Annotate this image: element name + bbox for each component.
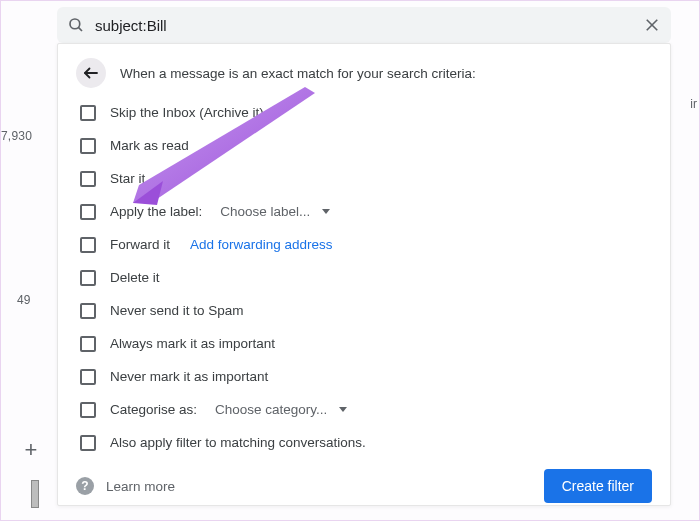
checkbox-skip-inbox[interactable] (80, 105, 96, 121)
back-button[interactable] (76, 58, 106, 88)
option-also-apply: Also apply filter to matching conversati… (78, 426, 652, 459)
option-mark-read: Mark as read (78, 129, 652, 162)
label-always-important: Always mark it as important (110, 336, 275, 351)
panel-header: When a message is an exact match for you… (76, 58, 652, 96)
search-input[interactable] (95, 17, 633, 34)
dropdown-categorise[interactable]: Choose category... (215, 402, 347, 417)
label-mark-read: Mark as read (110, 138, 189, 153)
label-skip-inbox: Skip the Inbox (Archive it) (110, 105, 264, 120)
svg-point-0 (70, 19, 80, 29)
close-icon[interactable] (643, 16, 661, 34)
learn-more-group: ? Learn more (76, 477, 175, 495)
create-filter-button[interactable]: Create filter (544, 469, 652, 503)
label-categorise: Categorise as: (110, 402, 197, 417)
label-never-important: Never mark it as important (110, 369, 268, 384)
svg-line-1 (78, 27, 82, 31)
search-bar (57, 7, 671, 43)
dropdown-categorise-text: Choose category... (215, 402, 327, 417)
label-star: Star it (110, 171, 145, 186)
label-also-apply: Also apply filter to matching conversati… (110, 435, 366, 450)
label-delete: Delete it (110, 270, 160, 285)
bg-truncated-text: ir (690, 97, 697, 111)
dropdown-apply-label-text: Choose label... (220, 204, 310, 219)
panel-header-text: When a message is an exact match for you… (120, 66, 476, 81)
label-never-spam: Never send it to Spam (110, 303, 244, 318)
checkbox-categorise[interactable] (80, 402, 96, 418)
help-icon[interactable]: ? (76, 477, 94, 495)
option-delete: Delete it (78, 261, 652, 294)
option-skip-inbox: Skip the Inbox (Archive it) (78, 96, 652, 129)
checkbox-forward[interactable] (80, 237, 96, 253)
chevron-down-icon (339, 407, 347, 412)
learn-more-link[interactable]: Learn more (106, 479, 175, 494)
checkbox-star[interactable] (80, 171, 96, 187)
option-never-important: Never mark it as important (78, 360, 652, 393)
compose-plus-icon[interactable]: + (19, 438, 43, 462)
option-apply-label: Apply the label: Choose label... (78, 195, 652, 228)
label-forward: Forward it (110, 237, 170, 252)
dropdown-apply-label[interactable]: Choose label... (220, 204, 330, 219)
bg-count-1: 7,930 (1, 129, 32, 143)
checkbox-mark-read[interactable] (80, 138, 96, 154)
checkbox-apply-label[interactable] (80, 204, 96, 220)
filter-options: Skip the Inbox (Archive it) Mark as read… (76, 96, 652, 459)
chevron-down-icon (322, 209, 330, 214)
option-never-spam: Never send it to Spam (78, 294, 652, 327)
checkbox-also-apply[interactable] (80, 435, 96, 451)
checkbox-delete[interactable] (80, 270, 96, 286)
search-icon (67, 16, 85, 34)
label-apply-label: Apply the label: (110, 204, 202, 219)
checkbox-never-important[interactable] (80, 369, 96, 385)
bg-scrollbar-thumb (31, 480, 39, 508)
filter-panel: When a message is an exact match for you… (57, 43, 671, 506)
panel-footer: ? Learn more Create filter (76, 459, 652, 503)
checkbox-always-important[interactable] (80, 336, 96, 352)
bg-count-2: 49 (17, 293, 31, 307)
option-forward: Forward it Add forwarding address (78, 228, 652, 261)
link-add-forwarding-address[interactable]: Add forwarding address (190, 237, 333, 252)
option-star: Star it (78, 162, 652, 195)
option-always-important: Always mark it as important (78, 327, 652, 360)
option-categorise: Categorise as: Choose category... (78, 393, 652, 426)
checkbox-never-spam[interactable] (80, 303, 96, 319)
